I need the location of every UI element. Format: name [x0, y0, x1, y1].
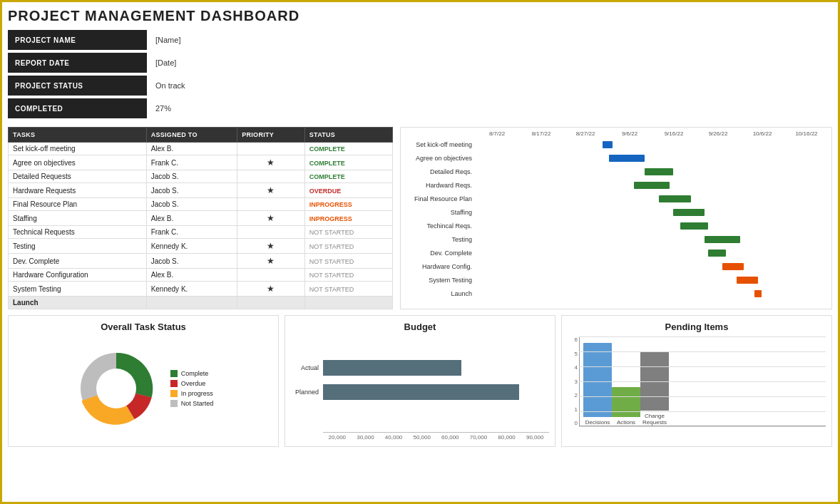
- budget-label: Planned: [291, 389, 323, 396]
- priority-cell: ★: [237, 183, 305, 198]
- table-row: Set kick-off meetingAlex B.COMPLETE: [9, 143, 393, 155]
- priority-cell: [237, 143, 305, 155]
- assigned-cell: Frank C.: [146, 226, 237, 239]
- completed-value: 27%: [147, 101, 180, 116]
- charts-row: Overall Task Status CompleteOverdueIn pr…: [8, 315, 832, 447]
- table-row: Detailed RequestsJacob S.COMPLETE: [9, 170, 393, 183]
- pending-gridline: [579, 366, 826, 367]
- gantt-task-label: Final Resource Plan: [404, 195, 475, 202]
- assigned-cell: Jacob S.: [146, 170, 237, 183]
- status-cell: COMPLETE: [304, 170, 392, 183]
- gantt-task-label: Hardware Config.: [404, 263, 475, 270]
- gantt-task-row: Testing: [404, 233, 829, 246]
- gantt-bar: [645, 168, 673, 175]
- assigned-cell: Jacob S.: [146, 183, 237, 198]
- gantt-task-label: Set kick-off meeting: [404, 141, 475, 148]
- table-row: Hardware ConfigurationAlex B.NOT STARTED: [9, 269, 393, 282]
- gantt-task-bars: [475, 179, 829, 192]
- gantt-date-label: 8/27/22: [563, 130, 608, 137]
- status-cell: OVERDUE: [304, 183, 392, 198]
- report-date-row: REPORT DATE [Date]: [8, 53, 393, 73]
- col-tasks: TASKS: [9, 128, 147, 143]
- gantt-rows: Set kick-off meetingAgree on objectivesD…: [404, 138, 829, 300]
- gantt-date-label: 9/26/22: [696, 130, 740, 137]
- status-cell: INPROGRESS: [304, 198, 392, 211]
- legend-item: Not Started: [170, 400, 214, 407]
- gantt-task-bars: [475, 206, 829, 219]
- pending-chart-area: 6543210 DecisionsActionsChangeRequests: [568, 336, 826, 441]
- assigned-cell: [146, 297, 237, 309]
- project-name-value: [Name]: [147, 32, 189, 48]
- assigned-cell: Alex B.: [146, 211, 237, 226]
- assigned-cell: Kennedy K.: [146, 282, 237, 297]
- info-section: PROJECT NAME [Name] REPORT DATE [Date] P…: [8, 30, 393, 121]
- gantt-task-label: System Testing: [404, 277, 475, 284]
- priority-cell: [237, 170, 305, 183]
- priority-cell: [237, 226, 305, 239]
- gantt-task-bars: [475, 138, 829, 151]
- legend-color-box: [170, 390, 178, 397]
- gantt-header: 8/7/228/17/228/27/229/6/229/16/229/26/22…: [475, 130, 829, 137]
- main-content: TASKS ASSIGNED TO PRIORITY STATUS Set ki…: [8, 127, 832, 309]
- gantt-task-bars: [475, 220, 829, 232]
- task-cell: Detailed Requests: [9, 170, 147, 183]
- gantt-bar: [609, 155, 645, 162]
- legend-label: Complete: [181, 370, 209, 377]
- gantt-task-row: Techincal Reqs.: [404, 220, 829, 232]
- budget-bar: [323, 384, 519, 400]
- table-row: Final Resource PlanJacob S.INPROGRESS: [9, 198, 393, 211]
- status-cell: NOT STARTED: [304, 226, 392, 239]
- gantt-task-label: Dev. Complete: [404, 250, 475, 257]
- report-date-label: REPORT DATE: [8, 53, 147, 73]
- legend-item: Complete: [170, 370, 214, 377]
- budget-bar-container: [323, 384, 549, 400]
- budget-axis-label: 50,000: [408, 434, 436, 441]
- task-cell: Technical Requests: [9, 226, 147, 239]
- budget-axis-label: 60,000: [436, 434, 465, 441]
- budget-label: Actual: [291, 364, 323, 371]
- col-assigned: ASSIGNED TO: [146, 128, 237, 143]
- assigned-cell: Jacob S.: [146, 198, 237, 211]
- budget-axis: 20,00030,00040,00050,00060,00070,00080,0…: [323, 432, 549, 441]
- gantt-task-label: Detailed Reqs.: [404, 168, 475, 175]
- pending-gridline: [579, 411, 826, 412]
- completed-label: COMPLETED: [8, 98, 147, 118]
- priority-cell: [237, 198, 305, 211]
- gantt-task-row: System Testing: [404, 274, 829, 287]
- assigned-cell: Kennedy K.: [146, 239, 237, 254]
- gantt-task-row: Set kick-off meeting: [404, 138, 829, 151]
- gantt-task-row: Staffing: [404, 206, 829, 219]
- gantt-bar: [754, 290, 762, 297]
- pending-spacer: [579, 426, 826, 441]
- priority-cell: [237, 297, 305, 309]
- task-cell: Launch: [9, 297, 147, 309]
- assigned-cell: Jacob S.: [146, 254, 237, 269]
- gantt-task-row: Launch: [404, 287, 829, 300]
- budget-row: Planned: [291, 384, 549, 400]
- project-status-row: PROJECT STATUS On track: [8, 76, 393, 96]
- budget-chart-box: Budget ActualPlanned 20,00030,00040,0005…: [285, 315, 555, 447]
- budget-axis-label: 20,000: [323, 434, 352, 441]
- gantt-task-row: Dev. Complete: [404, 247, 829, 259]
- budget-axis-label: 70,000: [464, 434, 493, 441]
- gantt-task-row: Final Resource Plan: [404, 192, 829, 205]
- legend-color-box: [170, 380, 178, 387]
- pending-bars-wrapper: DecisionsActionsChangeRequests: [579, 336, 826, 441]
- project-name-row: PROJECT NAME [Name]: [8, 30, 393, 50]
- pie-svg: [73, 346, 159, 431]
- status-cell: COMPLETE: [304, 143, 392, 155]
- pending-gridline: [579, 351, 826, 352]
- gantt-date-label: 8/7/22: [475, 130, 519, 137]
- gantt-task-row: Hardware Config.: [404, 260, 829, 273]
- pending-y-axis: 6543210: [568, 336, 579, 441]
- gantt-bar: [722, 263, 744, 270]
- budget-bar-container: [323, 360, 549, 376]
- pending-chart-title: Pending Items: [568, 322, 826, 332]
- status-cell: INPROGRESS: [304, 211, 392, 226]
- completed-row: COMPLETED 27%: [8, 98, 393, 118]
- pending-chart-box: Pending Items 6543210 DecisionsActionsCh…: [561, 315, 832, 447]
- pending-y-label: 0: [575, 420, 578, 426]
- status-cell: NOT STARTED: [304, 254, 392, 269]
- status-cell: NOT STARTED: [304, 282, 392, 297]
- gantt-bar: [603, 141, 613, 148]
